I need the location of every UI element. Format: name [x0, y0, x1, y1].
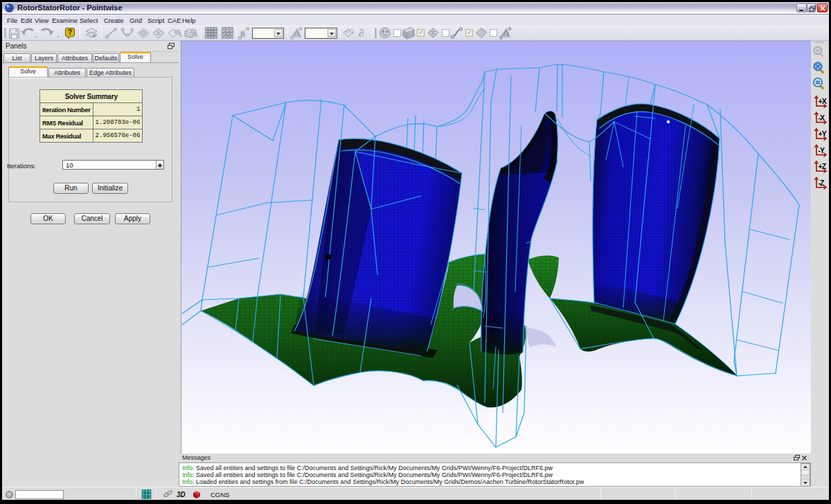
- svg-text:+Z: +Z: [819, 162, 827, 170]
- svg-text:3D: 3D: [177, 491, 186, 498]
- svg-text:-X: -X: [819, 114, 825, 122]
- svg-text:+X: +X: [819, 97, 827, 105]
- svg-text:+Y: +Y: [819, 129, 827, 138]
- svg-text:?: ?: [68, 28, 72, 36]
- svg-text:∂: ∂: [359, 28, 364, 39]
- svg-text:-Y: -Y: [819, 146, 825, 154]
- svg-text:CGNS: CGNS: [211, 491, 229, 498]
